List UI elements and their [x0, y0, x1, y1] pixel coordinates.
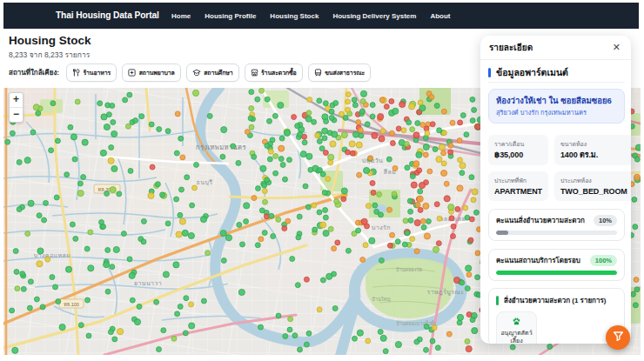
housing-dot[interactable] [20, 271, 25, 277]
housing-dot[interactable] [200, 217, 206, 223]
housing-dot[interactable] [423, 203, 429, 209]
housing-dot[interactable] [415, 121, 420, 126]
housing-dot[interactable] [371, 191, 376, 196]
housing-dot[interactable] [634, 174, 640, 180]
housing-dot[interactable] [100, 150, 106, 156]
housing-dot[interactable] [220, 154, 225, 159]
housing-dot[interactable] [328, 154, 334, 160]
housing-dot[interactable] [117, 329, 124, 335]
housing-dot[interactable] [141, 218, 146, 224]
housing-dot[interactable] [356, 228, 361, 233]
housing-dot[interactable] [370, 181, 375, 186]
housing-dot[interactable] [469, 217, 474, 222]
nav-item-about[interactable]: About [430, 12, 450, 20]
housing-dot[interactable] [5, 139, 10, 144]
housing-dot[interactable] [263, 199, 268, 204]
housing-dot[interactable] [127, 92, 132, 97]
housing-dot[interactable] [446, 331, 452, 337]
housing-dot[interactable] [455, 206, 460, 211]
housing-dot[interactable] [413, 132, 419, 138]
housing-dot[interactable] [260, 165, 266, 171]
housing-dot[interactable] [265, 144, 270, 149]
housing-dot[interactable] [101, 224, 106, 230]
housing-dot[interactable] [392, 191, 397, 197]
housing-dot[interactable] [297, 214, 302, 219]
housing-dot[interactable] [258, 237, 264, 242]
housing-dot[interactable] [448, 143, 453, 148]
housing-dot[interactable] [28, 279, 33, 284]
filter-button-school[interactable]: สถานศึกษา [186, 64, 239, 82]
housing-dot[interactable] [410, 174, 415, 179]
housing-dot[interactable] [109, 145, 114, 150]
housing-dot[interactable] [426, 218, 431, 224]
housing-dot[interactable] [30, 130, 36, 135]
housing-dot[interactable] [430, 122, 435, 127]
housing-dot[interactable] [44, 200, 49, 205]
housing-dot[interactable] [201, 298, 206, 304]
housing-dot[interactable] [448, 204, 454, 211]
housing-dot[interactable] [360, 98, 366, 104]
housing-dot[interactable] [357, 172, 362, 177]
housing-dot[interactable] [305, 204, 311, 210]
housing-dot[interactable] [300, 151, 306, 157]
housing-dot[interactable] [68, 124, 73, 130]
housing-dot[interactable] [285, 218, 291, 224]
housing-dot[interactable] [369, 237, 375, 244]
housing-dot[interactable] [356, 142, 362, 148]
housing-dot[interactable] [352, 131, 359, 137]
housing-dot[interactable] [176, 231, 182, 237]
housing-dot[interactable] [352, 97, 357, 103]
housing-dot[interactable] [423, 144, 429, 150]
housing-dot[interactable] [125, 124, 131, 129]
housing-dot[interactable] [365, 122, 370, 127]
housing-dot[interactable] [273, 154, 278, 159]
housing-dot[interactable] [174, 150, 179, 156]
housing-dot[interactable] [262, 183, 267, 188]
housing-dot[interactable] [370, 114, 375, 119]
housing-dot[interactable] [36, 110, 41, 116]
housing-dot[interactable] [292, 115, 297, 120]
housing-dot[interactable] [306, 110, 312, 116]
housing-dot[interactable] [409, 104, 415, 110]
housing-dot[interactable] [287, 327, 292, 332]
housing-dot[interactable] [280, 163, 285, 168]
housing-dot[interactable] [304, 342, 309, 347]
housing-dot[interactable] [334, 198, 339, 204]
housing-dot[interactable] [13, 249, 18, 254]
housing-dot[interactable] [236, 160, 241, 165]
housing-dot[interactable] [345, 248, 351, 253]
housing-dot[interactable] [429, 95, 434, 100]
housing-dot[interactable] [70, 134, 77, 140]
housing-dot[interactable] [328, 226, 333, 231]
housing-dot[interactable] [307, 97, 312, 103]
housing-dot[interactable] [148, 192, 154, 198]
housing-dot[interactable] [332, 306, 338, 311]
housing-dot[interactable] [179, 187, 184, 192]
housing-dot[interactable] [64, 172, 70, 177]
housing-dot[interactable] [137, 304, 142, 309]
housing-dot[interactable] [389, 98, 394, 104]
housing-dot[interactable] [414, 220, 420, 226]
housing-dot[interactable] [155, 182, 160, 187]
housing-dot[interactable] [319, 146, 325, 151]
housing-dot[interactable] [288, 317, 293, 322]
housing-dot[interactable] [436, 157, 442, 163]
housing-dot[interactable] [101, 114, 107, 120]
housing-dot[interactable] [379, 136, 385, 142]
housing-dot[interactable] [460, 113, 466, 118]
housing-dot[interactable] [408, 217, 413, 223]
housing-dot[interactable] [434, 104, 439, 109]
housing-dot[interactable] [105, 289, 111, 294]
housing-dot[interactable] [278, 102, 284, 108]
housing-dot[interactable] [458, 157, 463, 163]
housing-dot[interactable] [259, 88, 265, 93]
housing-dot[interactable] [10, 130, 15, 136]
housing-dot[interactable] [425, 130, 430, 136]
zoom-out-button[interactable]: − [10, 108, 23, 122]
housing-dot[interactable] [458, 120, 463, 125]
housing-dot[interactable] [163, 271, 169, 277]
housing-dot[interactable] [283, 177, 288, 182]
housing-dot[interactable] [40, 304, 45, 310]
housing-dot[interactable] [323, 101, 328, 106]
housing-dot[interactable] [21, 286, 26, 291]
